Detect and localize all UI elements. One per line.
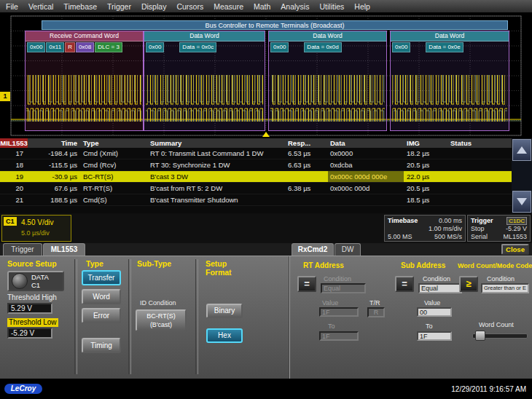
table-row[interactable]: 21 188.5 µs Cmd(S) B'cast Transmitter Sh… [0, 194, 532, 206]
channel1-marker[interactable]: 1 [0, 92, 10, 101]
row-resp: 6.38 µs [286, 183, 328, 194]
menu-item-timebase[interactable]: Timebase [63, 2, 97, 11]
waveform-display[interactable]: Bus Controller to Remote Terminals (Broa… [0, 13, 532, 138]
channel1-tdiv: 5.0 µs/div [21, 229, 50, 237]
section-divider [195, 259, 198, 374]
word-count-slider[interactable] [472, 330, 528, 340]
trigger-source-badge: C1DC [506, 217, 527, 225]
menu-item-display[interactable]: Display [141, 2, 166, 11]
setup-format-label: Setup Format [206, 259, 232, 277]
table-row[interactable]: 20 67.6 µs RT-RT(S) B'cast from RT 5: 2 … [0, 183, 532, 194]
format-binary-button[interactable]: Binary [206, 304, 243, 318]
trigger-mode: Stop [471, 225, 485, 233]
row-status [447, 183, 512, 194]
type-error-button[interactable]: Error [82, 308, 121, 323]
row-time: -198.4 µs [28, 148, 80, 159]
row-status [447, 159, 512, 170]
table-header-summary[interactable]: Summary [147, 138, 286, 148]
menu-item-trigger[interactable]: Trigger [107, 2, 131, 11]
menu-item-help[interactable]: Help [354, 2, 370, 11]
sub-value-field[interactable]: 00 [417, 307, 452, 317]
table-row[interactable]: 18 -115.5 µs Cmd (Rcv) RT 30: Synchroniz… [0, 159, 532, 171]
threshold-high-field[interactable]: 5.29 V [7, 303, 52, 314]
source-select-knob[interactable]: DATA C1 [7, 271, 64, 291]
section-divider [74, 259, 77, 374]
menu-item-vertical[interactable]: Vertical [28, 2, 53, 11]
sub-to-field[interactable]: 1F [417, 331, 452, 341]
subtype-select-button[interactable]: BC-RT(S) (B'cast) [136, 309, 187, 331]
section-divider [128, 259, 131, 374]
timebase-label: Timebase [388, 217, 418, 225]
table-header-img[interactable]: IMG [404, 138, 447, 148]
decode-fields: 0x00 Data = 0x0d [270, 42, 342, 52]
row-summary: B'cast Transmitter Shutdown [147, 194, 286, 205]
rt-address-label: RT Address [303, 261, 344, 270]
row-data: 0x000c 000d 000e [328, 171, 404, 182]
tab-rxcmd2[interactable]: RxCmd2 [292, 243, 334, 256]
table-header-data[interactable]: Data [328, 138, 404, 148]
rxcmd2-panel: RT Address = Condition Equal Value 1F To… [289, 256, 532, 379]
sub-equal-op-button[interactable]: = [395, 276, 414, 292]
table-header-resp[interactable]: Resp... [286, 138, 328, 148]
sub-value-label: Value [424, 299, 440, 307]
scroll-up-button[interactable] [512, 139, 531, 161]
datetime-display: 12/29/2011 9:16:57 AM [451, 385, 526, 393]
row-summary: RT 30: Synchronize 1 DW [147, 159, 286, 170]
channel1-badge: C1 [4, 217, 17, 226]
wc-gte-op-button[interactable]: ≥ [459, 276, 478, 292]
oscilloscope-screen: File Vertical Timebase Trigger Display C… [0, 0, 532, 399]
table-row[interactable]: 17 -198.4 µs Cmd (Xmit) RT 0: Transmit L… [0, 148, 532, 159]
decode-fields: 0x00 Data = 0x0e [392, 42, 463, 52]
menu-item-utilities[interactable]: Utilities [319, 2, 344, 11]
menu-item-file[interactable]: File [6, 2, 18, 11]
trigger-setup-dialog: Trigger ML1553 RxCmd2 DW Close Source Se… [0, 243, 532, 379]
decode-region-dataword-1: Data Word 0x00 Data = 0x0c [144, 31, 265, 131]
timebase-samples: 5.00 MS [388, 233, 412, 241]
table-header-status[interactable]: Status [447, 138, 512, 148]
menu-item-cursors[interactable]: Cursors [176, 2, 203, 11]
id-condition-label: ID Condition [140, 299, 176, 307]
row-index: 18 [0, 159, 28, 170]
close-button[interactable]: Close [501, 244, 529, 255]
sub-to-label: To [426, 323, 433, 330]
tab-trigger[interactable]: Trigger [3, 243, 42, 256]
source-setup-label: Source Setup [7, 259, 57, 268]
rt-equal-op-button[interactable]: = [297, 276, 316, 292]
type-word-button[interactable]: Word [82, 289, 121, 304]
tab-dw[interactable]: DW [335, 243, 361, 256]
trigger-kind: Serial [471, 233, 488, 241]
decode-field-subaddr: 0x08 [76, 42, 94, 52]
type-timing-button[interactable]: Timing [82, 338, 121, 353]
menu-item-analysis[interactable]: Analysis [281, 2, 309, 11]
scroll-down-button[interactable] [512, 191, 531, 213]
channel1-descriptor-box[interactable]: C1 4.50 V/div 5.0 µs/div [1, 215, 71, 242]
decode-field-sync: 0x00 [392, 42, 410, 52]
knob-icon [12, 273, 28, 289]
table-row-selected[interactable]: 19 -30.9 µs BC-RT(S) B'cast 3 DW 0x000c … [0, 171, 532, 183]
format-hex-button[interactable]: Hex [206, 328, 243, 343]
row-summary: RT 0: Transmit Last Command 1 DW [147, 148, 286, 159]
row-img: 20.5 µs [404, 183, 447, 194]
dialog-tab-row: Trigger ML1553 RxCmd2 DW Close [0, 243, 532, 256]
trigger-label: Trigger [471, 217, 493, 225]
table-header-time[interactable]: Time [28, 138, 80, 148]
decode-field-data: Data = 0x0e [426, 42, 463, 52]
sub-condition-field[interactable]: Equal [418, 283, 462, 293]
table-scrollbar[interactable] [512, 138, 532, 213]
trigger-descriptor-box[interactable]: TriggerC1DC Stop-5.29 V SerialML1553 [467, 215, 531, 242]
table-header-type[interactable]: Type [80, 138, 147, 148]
slider-thumb[interactable] [475, 331, 485, 341]
timebase-descriptor-box[interactable]: Timebase0.00 ms 1.00 ms/div 5.00 MS500 M… [384, 215, 466, 242]
wc-condition-field[interactable]: Greater than or E [481, 283, 529, 293]
menu-item-measure[interactable]: Measure [214, 2, 243, 11]
scroll-up-icon [517, 146, 527, 154]
row-img: 18.2 µs [404, 148, 447, 159]
row-resp [286, 194, 328, 205]
decode-field-tr: R [65, 42, 75, 52]
menu-item-math[interactable]: Math [254, 2, 270, 11]
tab-ml1553[interactable]: ML1553 [43, 243, 85, 256]
row-time: -115.5 µs [28, 159, 80, 170]
decode-region-dataword-3: Data Word 0x00 Data = 0x0e [390, 31, 509, 131]
threshold-low-field[interactable]: -5.29 V [7, 328, 52, 339]
type-transfer-button[interactable]: Transfer [82, 270, 121, 285]
